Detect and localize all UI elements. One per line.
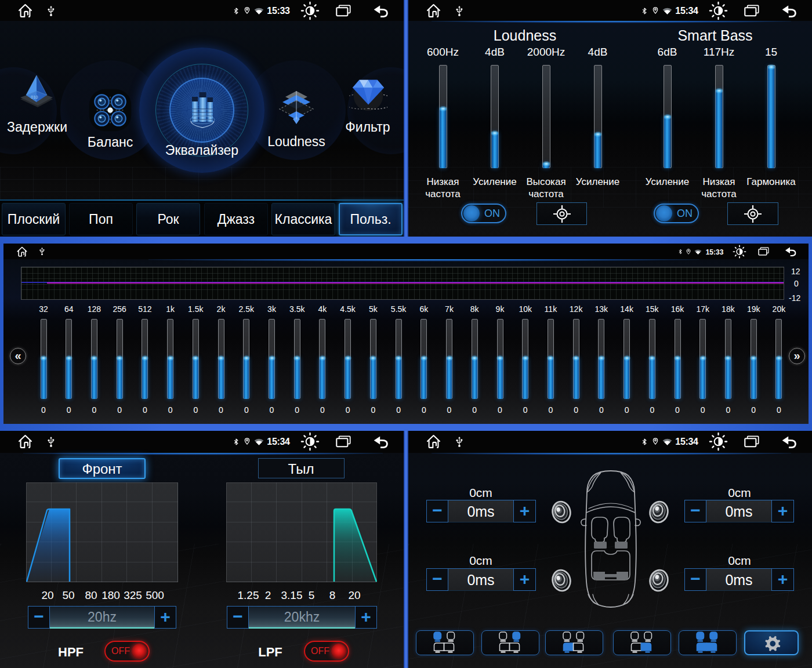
svg-text:010: 010 (31, 95, 38, 100)
